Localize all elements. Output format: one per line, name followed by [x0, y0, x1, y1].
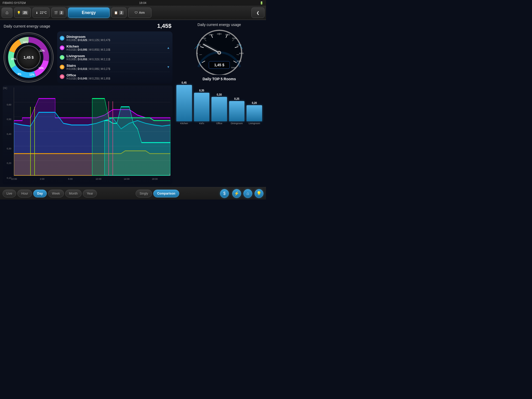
home-icon-btn[interactable]: ⌂ — [243, 189, 252, 198]
donut-center-value: 1,45 $ — [17, 46, 40, 69]
office-bar-value: 0,30 — [217, 93, 222, 96]
donut-rooms-section: 16% 22% 14% 12% 8% 28% 1,45 $ — [3, 31, 172, 83]
room-item-livingroom[interactable]: Livingroom H:0,00$ | D:0,05$ | W:0,31$ |… — [60, 53, 170, 62]
office-name: Office — [66, 73, 170, 77]
mode-btn-comparison[interactable]: Comparison — [153, 190, 179, 197]
arm-label: Arm — [139, 11, 145, 15]
signal-carrier: FIBARO SYSTEM — [3, 1, 26, 4]
battery-icon: 🔋 — [260, 1, 263, 5]
time-display: 18:04 — [139, 1, 147, 4]
kitchen-bar-value: 0,45 — [182, 81, 187, 84]
top5-title: Daily TOP 5 Rooms — [175, 77, 263, 81]
stairs-chevron-down: ▼ — [167, 65, 170, 69]
chart-y-label: [ $ ] — [3, 87, 7, 89]
office-dot — [60, 74, 64, 79]
livingroom-name: Livingroom — [66, 54, 170, 58]
right-panel: Daily current energy usage — [175, 23, 263, 184]
svg-point-54 — [218, 52, 220, 54]
office-stats: H:0,01$ | D:0,04$ | W:0,25$ | M:1,85$ — [66, 77, 170, 80]
stairs-dot — [60, 65, 64, 69]
svg-text:0: 0 — [197, 52, 198, 55]
mode-btn-singly[interactable]: Singly — [136, 190, 152, 197]
security-nav-button[interactable]: 📋 2 — [111, 8, 127, 18]
kitchen-stats: H:0,01$ | D:0,09$ | W:0,85$ | M:3,10$ — [66, 48, 165, 51]
svg-text:14%: 14% — [38, 67, 44, 70]
room-item-diningroom[interactable]: Diningroom H:0,00$ | D:0,02$ | W:0,12$ |… — [60, 34, 170, 43]
home-icon: ⌂ — [6, 10, 9, 15]
kitchen-dot — [60, 45, 64, 50]
dollar-icon-btn[interactable]: $ — [220, 189, 229, 198]
svg-text:12%: 12% — [29, 73, 35, 76]
back-icon: ❮ — [256, 11, 260, 15]
lights-nav-button[interactable]: 💡 25 — [14, 8, 31, 18]
home-nav-button[interactable]: ⌂ — [2, 8, 12, 18]
usage-value: 1,45$ — [157, 23, 171, 29]
energy-nav-button[interactable]: Energy — [68, 8, 110, 18]
gauge-title: Daily current energy usage — [197, 23, 241, 27]
kids-bar — [194, 93, 210, 121]
bulb-btn-icon: 💡 — [256, 191, 262, 196]
bottom-navigation: Live Hour Day Week Month Year Singly Com… — [0, 187, 266, 200]
diningroom-bar-value: 0,25 — [234, 97, 239, 100]
top5-bar-kitchen: 0,45 Kitchen — [176, 81, 192, 125]
diningroom-dot — [60, 36, 64, 41]
lights-count: 25 — [22, 11, 28, 15]
top5-bar-kids: 0,35 Kid's — [194, 89, 210, 125]
time-btn-year[interactable]: Year — [83, 190, 97, 197]
lightning-icon-btn[interactable]: ⚡ — [232, 189, 241, 198]
office-info: Office H:0,01$ | D:0,04$ | W:0,25$ | M:1… — [66, 73, 170, 80]
time-btn-week[interactable]: Week — [48, 190, 64, 197]
bulb-icon-btn[interactable]: 💡 — [255, 189, 263, 198]
status-bar: FIBARO SYSTEM 18:04 🔋 — [0, 0, 266, 6]
top5-bar-livingroom: 0,20 Livingroom — [247, 102, 262, 125]
stairs-info: Stairs H:0,00$ | D:0,01$ | W:0,08$ | M:0… — [66, 64, 165, 70]
room-item-stairs[interactable]: Stairs H:0,00$ | D:0,01$ | W:0,08$ | M:0… — [60, 62, 170, 72]
diningroom-name: Diningroom — [66, 35, 170, 39]
lightning-icon: ⚡ — [234, 191, 239, 196]
arm-nav-button[interactable]: 🛡 Arm — [128, 8, 151, 18]
main-content: Daily current energy usage 1,45$ — [0, 20, 266, 187]
livingroom-bar — [247, 105, 262, 121]
time-btn-month[interactable]: Month — [65, 190, 82, 197]
usage-title: Daily current energy usage — [4, 24, 50, 28]
svg-text:8%: 8% — [18, 73, 22, 76]
kitchen-bar-label: Kitchen — [180, 122, 188, 125]
kitchen-chevron-up: ▲ — [167, 46, 170, 50]
temperature-nav-button[interactable]: 🌡 22°C — [32, 8, 50, 18]
room-item-kitchen[interactable]: Kitchen H:0,01$ | D:0,09$ | W:0,85$ | M:… — [60, 43, 170, 53]
kitchen-name: Kitchen — [66, 44, 165, 48]
chart-x-2: 2:00 — [40, 178, 45, 180]
livingroom-stats: H:0,00$ | D:0,05$ | W:0,31$ | M:2,11$ — [66, 58, 170, 61]
livingroom-bar-value: 0,20 — [252, 102, 257, 104]
rooms-list: Diningroom H:0,00$ | D:0,02$ | W:0,12$ |… — [57, 31, 172, 83]
stairs-stats: H:0,00$ | D:0,01$ | W:0,08$ | M:0,27$ — [66, 68, 165, 70]
livingroom-dot — [60, 55, 64, 60]
time-btn-live[interactable]: Live — [3, 190, 16, 197]
kitchen-bar — [176, 85, 192, 121]
top-navigation: ⌂ 💡 25 🌡 22°C 🎬 2 Energy 📋 2 🛡 Arm ❮ — [0, 6, 266, 20]
security-count: 2 — [119, 11, 124, 15]
office-bar — [211, 97, 227, 121]
svg-text:3000: 3000 — [232, 37, 237, 39]
home-btn-icon: ⌂ — [247, 191, 249, 196]
back-nav-button[interactable]: ❮ — [251, 8, 264, 18]
usage-header: Daily current energy usage 1,45$ — [3, 23, 172, 29]
top5-section: Daily TOP 5 Rooms 0,45 Kitchen 0,35 Kid'… — [175, 77, 263, 184]
thermometer-icon: 🌡 — [35, 11, 38, 15]
svg-text:4500: 4500 — [237, 60, 241, 62]
svg-text:16%: 16% — [23, 41, 28, 44]
energy-chart: [ $ ] 0,60 0,50 0,40 0,30 0,20 0,10 — [3, 85, 172, 184]
scenes-nav-button[interactable]: 🎬 2 — [51, 8, 66, 18]
donut-chart: 16% 22% 14% 12% 8% 28% 1,45 $ — [3, 31, 55, 83]
chart-svg — [14, 88, 170, 176]
kids-bar-label: Kid's — [199, 122, 204, 125]
time-btn-day[interactable]: Day — [33, 190, 47, 197]
chart-area: 0,60 0,50 0,40 0,30 0,20 0,10 — [14, 88, 170, 176]
left-panel: Daily current energy usage 1,45$ — [3, 23, 172, 184]
room-item-office[interactable]: Office H:0,01$ | D:0,04$ | W:0,25$ | M:1… — [60, 72, 170, 81]
scenes-icon: 🎬 — [54, 11, 58, 15]
light-icon: 💡 — [17, 11, 21, 15]
time-btn-hour[interactable]: Hour — [17, 190, 32, 197]
diningroom-bar-label: Diningroom — [231, 122, 243, 125]
office-bar-label: Office — [216, 122, 222, 125]
